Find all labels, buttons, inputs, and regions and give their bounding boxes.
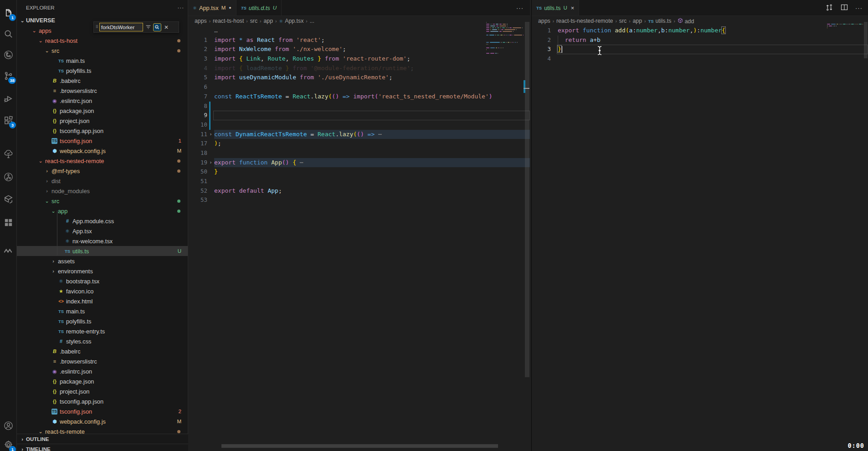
activity-git-history-icon[interactable] <box>0 168 17 186</box>
vertical-scrollbar[interactable] <box>864 22 868 58</box>
code-line-9[interactable]: 9 <box>188 111 530 120</box>
code-line-8[interactable]: 8 <box>188 102 530 111</box>
fold-chevron-icon[interactable]: › <box>207 130 214 139</box>
breadcrumb-item[interactable]: apps <box>195 18 207 24</box>
tree-item-remote-entry-ts[interactable]: TSremote-entry.ts <box>17 326 188 336</box>
code-line-4[interactable]: 4import { loadRemote } from '@module-fed… <box>188 64 530 73</box>
tree-item-app-module-css[interactable]: #App.module.css <box>17 216 188 226</box>
activity-git-graph-icon[interactable] <box>0 46 17 64</box>
tab-utils-d-ts[interactable]: TS utils.d.ts U <box>236 0 282 15</box>
tree-item-tsconfig-json[interactable]: TStsconfig.json1 <box>17 136 188 146</box>
chevron-right-icon[interactable]: › <box>43 178 51 184</box>
fuzzy-search-icon[interactable] <box>153 23 161 31</box>
close-icon[interactable]: × <box>571 5 575 11</box>
code-editor-app-tsx[interactable]: …1import * as React from 'react';2import… <box>188 26 530 451</box>
tree-item--browserslistrc[interactable]: ≡.browserslistrc <box>17 86 188 96</box>
breadcrumb-item[interactable]: ⚛App.tsx <box>279 18 303 24</box>
code-line-50[interactable]: 50} <box>188 167 530 177</box>
code-line[interactable]: … <box>188 26 530 36</box>
code-line-7[interactable]: 7const ReactTsRemote = React.lazy(() => … <box>188 92 530 102</box>
breadcrumb-item[interactable]: src <box>619 18 627 24</box>
editor-more-actions-icon[interactable]: ··· <box>516 5 524 11</box>
tree-item-webpack-config-js[interactable]: ⬢webpack.config.jsM <box>17 416 188 426</box>
activity-source-control-icon[interactable]: 38 <box>0 67 17 85</box>
tree-item-environments[interactable]: ›environments <box>17 266 188 276</box>
tree-item--babelrc[interactable]: B.babelrc <box>17 76 188 86</box>
activity-nx-console-icon[interactable] <box>0 190 17 209</box>
code-line-18[interactable]: 18 <box>188 149 530 158</box>
tree-item-react-ts-host[interactable]: ⌄react-ts-host <box>17 36 188 46</box>
tree-item-main-ts[interactable]: TSmain.ts <box>17 306 188 316</box>
breadcrumb-item[interactable]: app <box>263 18 273 24</box>
dirty-dot-icon[interactable]: ● <box>229 5 231 10</box>
tree-item-src[interactable]: ⌄src <box>17 46 188 56</box>
timeline-section-header[interactable]: › TIMELINE <box>17 444 188 451</box>
drag-handle-icon[interactable]: ⠿ <box>95 26 99 29</box>
tree-item-polyfills-ts[interactable]: TSpolyfills.ts <box>17 66 188 76</box>
tree-find-input[interactable] <box>99 23 143 31</box>
compare-changes-icon[interactable] <box>826 4 833 13</box>
code-line-3[interactable]: 3} <box>532 45 868 54</box>
tree-item-dist[interactable]: ›dist <box>17 176 188 186</box>
code-line-4[interactable]: 4 <box>532 54 868 64</box>
tree-item-favicon-ico[interactable]: ★favicon.ico <box>17 286 188 296</box>
tree-item-project-json[interactable]: {}project.json <box>17 386 188 396</box>
tree-item-package-json[interactable]: {}package.json <box>17 106 188 116</box>
tree-item--browserslistrc[interactable]: ≡.browserslistrc <box>17 356 188 366</box>
minimap[interactable] <box>827 24 864 31</box>
activity-settings-gear-icon[interactable]: 1 <box>0 436 17 451</box>
tree-item--eslintrc-json[interactable]: ◉.eslintrc.json <box>17 96 188 106</box>
tree-item-utils-ts[interactable]: TSutils.tsU <box>17 246 188 256</box>
activity-wave-icon[interactable] <box>0 241 17 260</box>
minimap[interactable] <box>486 22 524 56</box>
chevron-right-icon[interactable]: › <box>43 188 51 194</box>
chevron-down-icon[interactable]: ⌄ <box>50 208 57 214</box>
breadcrumb-item[interactable]: app <box>633 18 642 24</box>
activity-account-icon[interactable] <box>0 416 17 435</box>
code-line-11[interactable]: 11›const DynamicReactTsRemote = React.la… <box>188 130 530 139</box>
tree-item-assets[interactable]: ›assets <box>17 256 188 266</box>
tree-item-index-html[interactable]: <>index.html <box>17 296 188 306</box>
code-line-2[interactable]: 2 return a+b <box>532 36 868 45</box>
vertical-scrollbar[interactable] <box>525 22 529 377</box>
tree-item-tsconfig-json[interactable]: TStsconfig.json2 <box>17 406 188 416</box>
chevron-down-icon[interactable]: ⌄ <box>37 158 44 164</box>
chevron-right-icon[interactable]: › <box>50 268 57 274</box>
tree-item-node-modules[interactable]: ›node_modules <box>17 186 188 196</box>
tree-item-package-json[interactable]: {}package.json <box>17 376 188 386</box>
chevron-down-icon[interactable]: ⌄ <box>31 28 38 34</box>
split-editor-icon[interactable] <box>841 4 848 12</box>
chevron-right-icon[interactable]: › <box>50 258 57 264</box>
tree-item-webpack-config-js[interactable]: ⬢webpack.config.jsM <box>17 146 188 156</box>
activity-grid-icon[interactable] <box>0 213 17 231</box>
breadcrumb-item[interactable]: add <box>678 18 694 25</box>
outline-section-header[interactable]: › OUTLINE <box>17 434 188 444</box>
activity-files-icon[interactable]: 1 <box>0 4 17 22</box>
close-icon[interactable]: ✕ <box>162 23 170 31</box>
tree-item-app[interactable]: ⌄app <box>17 206 188 216</box>
activity-run-debug-icon[interactable] <box>0 89 17 108</box>
code-line-1[interactable]: 1export function add(a:number,b:number,)… <box>532 26 868 36</box>
breadcrumb-item[interactable]: TSutils.ts <box>648 18 671 24</box>
tab-app-tsx[interactable]: ⚛ App.tsx M ● <box>188 0 236 15</box>
tree-item--eslintrc-json[interactable]: ◉.eslintrc.json <box>17 366 188 376</box>
chevron-right-icon[interactable]: › <box>43 168 51 174</box>
activity-search-icon[interactable] <box>0 25 17 43</box>
breadcrumb-item[interactable]: apps <box>538 18 550 24</box>
code-line-51[interactable]: 51 <box>188 177 530 186</box>
tree-item-tsconfig-app-json[interactable]: {}tsconfig.app.json <box>17 396 188 406</box>
tree-item--mf-types[interactable]: ›@mf-types <box>17 166 188 176</box>
fold-chevron-icon[interactable]: › <box>207 158 214 168</box>
code-line-52[interactable]: 52export default App; <box>188 186 530 196</box>
activity-extensions-icon[interactable]: 3 <box>0 111 17 129</box>
code-line-10[interactable]: 10 <box>188 120 530 130</box>
breadcrumb-item[interactable]: react-ts-host <box>213 18 244 24</box>
tree-item-nx-welcome-tsx[interactable]: ⚛nx-welcome.tsx <box>17 236 188 246</box>
horizontal-scrollbar[interactable] <box>221 444 498 448</box>
code-line-19[interactable]: 19›export function App() { ⋯ <box>188 158 530 168</box>
tab-utils-ts[interactable]: TS utils.ts U × <box>532 0 579 15</box>
editor-more-actions-icon[interactable]: ··· <box>855 5 863 11</box>
tree-item-tsconfig-app-json[interactable]: {}tsconfig.app.json <box>17 126 188 136</box>
breadcrumb-item[interactable]: react-ts-nested-remote <box>556 18 613 24</box>
tree-item-bootstrap-tsx[interactable]: ⚛bootstrap.tsx <box>17 276 188 286</box>
